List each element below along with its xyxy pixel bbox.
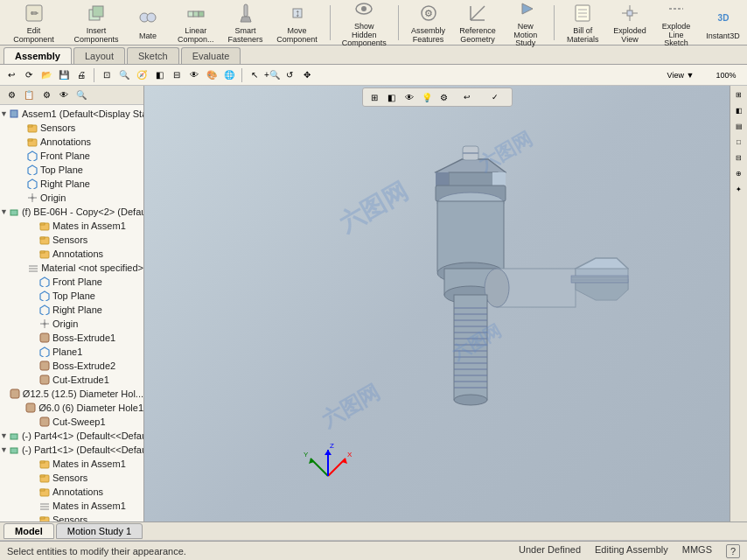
- tree-item-boss-extrude2[interactable]: Boss-Extrude2: [0, 359, 143, 373]
- insert-components-button[interactable]: InsertComponents: [71, 0, 122, 46]
- show-hidden-icon: [352, 0, 376, 21]
- tab-sketch[interactable]: Sketch: [127, 47, 179, 64]
- tree-item-sensors3[interactable]: Sensors: [0, 471, 143, 485]
- 3d-viewport[interactable]: ⊞ ◧ 👁 💡 ⚙ ↩ ✓: [144, 86, 730, 522]
- tree-item-origin[interactable]: Origin: [0, 191, 143, 205]
- status-help[interactable]: ?: [726, 544, 740, 558]
- save-button[interactable]: 💾: [56, 67, 72, 83]
- tree-item-sensors2[interactable]: Sensors: [0, 233, 143, 247]
- right-view5-button[interactable]: ⊟: [732, 150, 746, 164]
- tree-item-origin2[interactable]: Origin: [0, 317, 143, 331]
- view-hide-show-button[interactable]: 👁: [186, 67, 202, 83]
- undo-button[interactable]: ↩: [3, 67, 19, 83]
- show-hidden-button[interactable]: ShowHiddenComponents: [339, 0, 389, 51]
- tab-motion-study[interactable]: Motion Study 1: [56, 523, 143, 539]
- zoom-to-fit-button[interactable]: ⊡: [99, 67, 115, 83]
- right-view6-button[interactable]: ⊕: [732, 166, 746, 180]
- scene-button[interactable]: 🌐: [221, 67, 237, 83]
- scene-lights-button[interactable]: 💡: [419, 89, 435, 105]
- svg-rect-114: [454, 295, 487, 400]
- tree-item-right-plane2[interactable]: Right Plane: [0, 303, 143, 317]
- tree-item-boss-extrude1[interactable]: Boss-Extrude1: [0, 331, 143, 345]
- new-motion-study-button[interactable]: NewMotionStudy: [506, 0, 545, 51]
- tree-item-sensors4[interactable]: Sensors: [0, 513, 143, 522]
- view-right-button[interactable]: View ▼: [654, 67, 707, 83]
- rear-button[interactable]: ↩: [454, 89, 480, 105]
- zoom-in2-button[interactable]: +🔍: [264, 67, 280, 83]
- tree-item-material[interactable]: Material <not specified>: [0, 261, 143, 275]
- appearance-button[interactable]: 🎨: [204, 67, 220, 83]
- tree-expand-arrow[interactable]: ▼: [0, 431, 8, 440]
- tree-item-assem1[interactable]: ▼Assem1 (Default<Display State-1: [0, 107, 143, 121]
- right-view2-button[interactable]: ◧: [732, 103, 746, 117]
- view-orient-button[interactable]: 🧭: [134, 67, 150, 83]
- view-orient-vp-button[interactable]: ⊞: [367, 89, 382, 105]
- zoom-in-button[interactable]: 🔍: [116, 67, 132, 83]
- right-view1-button[interactable]: ⊞: [732, 88, 746, 102]
- tree-feature-tab[interactable]: ⚙: [3, 88, 19, 103]
- assembly-features-button[interactable]: ⚙ AssemblyFeatures: [408, 0, 449, 46]
- bill-of-materials-button[interactable]: Bill ofMaterials: [563, 0, 603, 46]
- section-view-button[interactable]: ⊟: [169, 67, 185, 83]
- file-open-button[interactable]: 📂: [38, 67, 54, 83]
- rotate-button[interactable]: ↺: [282, 67, 297, 83]
- tree-display-tab[interactable]: 👁: [56, 88, 72, 103]
- move-component-button[interactable]: ↕ MoveComponent: [274, 0, 321, 46]
- explode-line-sketch-button[interactable]: ExplodeLineSketch: [657, 0, 695, 51]
- tree-item-label: Plane1: [52, 346, 82, 357]
- tree-item-annotations2[interactable]: Annotations: [0, 247, 143, 261]
- tab-layout[interactable]: Layout: [73, 47, 125, 64]
- tree-item-annotations3[interactable]: Annotations: [0, 485, 143, 499]
- tab-assembly[interactable]: Assembly: [3, 47, 72, 64]
- tree-item-top-plane[interactable]: Top Plane: [0, 163, 143, 177]
- tree-item-part4-1[interactable]: ▼(-) Part4<1> (Default<<Defau: [0, 429, 143, 443]
- pan-button[interactable]: ✥: [299, 67, 315, 83]
- tree-item-front-plane[interactable]: Front Plane: [0, 149, 143, 163]
- select-button[interactable]: ↖: [247, 67, 262, 83]
- tree-expand-arrow[interactable]: ▼: [0, 207, 8, 216]
- exploded-view-button[interactable]: ExplodedView: [610, 0, 650, 46]
- tab-model[interactable]: Model: [3, 523, 54, 539]
- tree-item-mates-in-assem1[interactable]: Mates in Assem1: [0, 219, 143, 233]
- tree-item-dia6[interactable]: Ø6.0 (6) Diameter Hole1: [0, 401, 143, 415]
- reference-geometry-button[interactable]: ReferenceGeometry: [456, 0, 499, 46]
- tree-property-tab[interactable]: 📋: [21, 88, 37, 103]
- tree-item-dia12[interactable]: Ø12.5 (12.5) Diameter Hol...: [0, 387, 143, 401]
- tree-item-right-plane[interactable]: Right Plane: [0, 177, 143, 191]
- hide-show-button[interactable]: 👁: [401, 89, 417, 105]
- view-display-button[interactable]: ◧: [151, 67, 167, 83]
- linear-component-button[interactable]: LinearCompon...: [174, 0, 218, 46]
- apply-button[interactable]: ✓: [482, 89, 508, 105]
- view-setting-button[interactable]: ⚙: [436, 89, 452, 105]
- tree-item-label: Material <not specified>: [41, 262, 143, 273]
- edit-component-button[interactable]: ✏ Edit Component: [3, 0, 64, 46]
- tree-item-plane1[interactable]: Plane1: [0, 345, 143, 359]
- right-view4-button[interactable]: □: [732, 135, 746, 149]
- mate-button[interactable]: Mate: [129, 3, 167, 43]
- print-button[interactable]: 🖨: [73, 67, 89, 83]
- tab-evaluate[interactable]: Evaluate: [181, 47, 241, 64]
- instant3d-button[interactable]: 3D Instant3D: [702, 3, 744, 43]
- smart-fasteners-button[interactable]: SmartFasteners: [224, 0, 266, 46]
- tree-item-annotations[interactable]: Annotations: [0, 135, 143, 149]
- tree-search-button[interactable]: 🔍: [73, 88, 89, 103]
- tree-item-part1-1[interactable]: ▼(-) Part1<1> (Default<<Defau: [0, 443, 143, 457]
- display-style-button[interactable]: ◧: [384, 89, 400, 105]
- tree-item-material2[interactable]: Mates in Assem1: [0, 499, 143, 513]
- zoom-percent-button[interactable]: 100%: [709, 67, 744, 83]
- tree-item-cut-extrude1[interactable]: Cut-Extrude1: [0, 373, 143, 387]
- tree-item-top-plane2[interactable]: Top Plane: [0, 289, 143, 303]
- tree-item-front-plane2[interactable]: Front Plane: [0, 275, 143, 289]
- tree-item-label: Mates in Assem1: [52, 500, 126, 511]
- tree-item-be06h-copy2[interactable]: ▼(f) BE-06H - Copy<2> (Defaul: [0, 205, 143, 219]
- right-view3-button[interactable]: ▤: [732, 119, 746, 133]
- tree-expand-arrow[interactable]: ▼: [0, 445, 8, 454]
- tree-item-mates-in-assem2[interactable]: Mates in Assem1: [0, 457, 143, 471]
- tree-item-sensors[interactable]: Sensors: [0, 121, 143, 135]
- tree-config-tab[interactable]: ⚙: [38, 88, 54, 103]
- tree-expand-arrow[interactable]: ▼: [0, 109, 8, 118]
- tree-item-cut-sweep1[interactable]: Cut-Sweep1: [0, 415, 143, 429]
- rebuild-button[interactable]: ⟳: [21, 67, 37, 83]
- right-view7-button[interactable]: ✦: [732, 182, 746, 196]
- toolbar-divider-2: [398, 5, 399, 40]
